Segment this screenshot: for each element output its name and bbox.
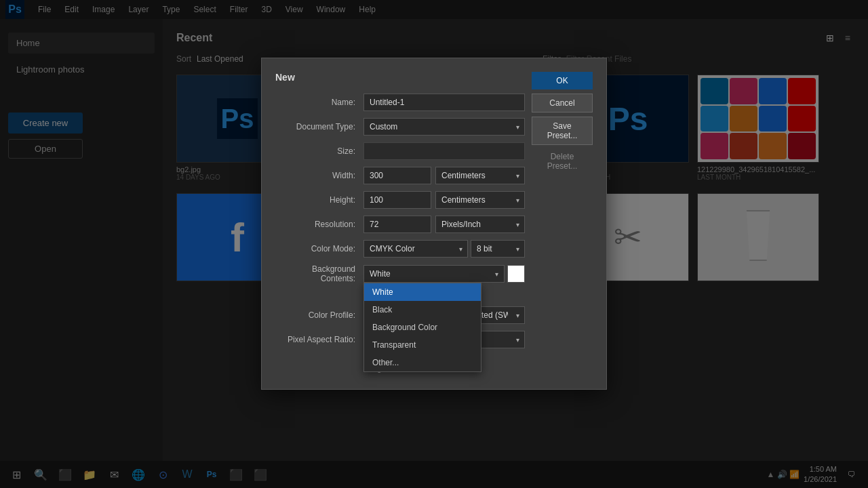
dropdown-item-other[interactable]: Other... [364,354,481,371]
resolution-unit-wrapper: Pixels/Inch Pixels/Centimeter [435,216,525,233]
color-mode-container: CMYK Color RGB Color Grayscale 8 bit 16 … [363,240,525,258]
pixel-ratio-label: Pixel Aspect Ratio: [275,335,363,344]
name-input[interactable] [363,94,525,111]
color-mode-select-wrapper: CMYK Color RGB Color Grayscale [363,240,468,258]
background-dropdown-menu: White Black Background Color Transparent… [363,283,481,372]
resolution-unit-select[interactable]: Pixels/Inch Pixels/Centimeter [435,216,525,233]
background-row: Background Contents: White White ▾ White… [275,264,593,283]
resolution-input[interactable] [363,216,431,233]
bg-select-wrapper: White White ▾ White Black Background Col… [363,265,505,283]
bg-dropdown-trigger[interactable]: White ▾ [363,265,505,283]
cancel-button[interactable]: Cancel [532,94,593,113]
modal-title: New [275,72,295,83]
bg-chevron-icon: ▾ [495,270,498,278]
resolution-label: Resolution: [275,220,363,229]
width-label: Width: [275,171,363,180]
size-field [363,142,525,160]
width-unit-wrapper: Centimeters Pixels Inches Millimeters [435,167,525,184]
background-input-container: White White ▾ White Black Background Col… [363,265,525,283]
delete-preset-button[interactable]: Delete Preset... [532,149,593,174]
height-label: Height: [275,195,363,205]
modal-buttons: OK Cancel Save Preset... Delete Preset..… [532,72,593,174]
bg-selected-value: White [370,269,391,279]
doc-type-label: Document Type: [275,122,363,131]
height-row: Height: Centimeters Pixels Inches [275,191,593,209]
doc-type-select[interactable]: Custom [363,118,525,136]
new-document-modal: New ✕ Name: Document Type: Custom Size: … [261,58,607,390]
size-label: Size: [275,146,363,156]
height-unit-wrapper: Centimeters Pixels Inches [435,191,525,209]
color-profile-label: Color Profile: [275,310,363,320]
width-input[interactable] [363,167,431,184]
save-preset-button[interactable]: Save Preset... [532,117,593,145]
doc-type-select-wrapper: Custom [363,118,525,136]
color-depth-select[interactable]: 8 bit 16 bit 32 bit [471,240,525,258]
dropdown-item-transparent[interactable]: Transparent [364,336,481,354]
color-mode-row: Color Mode: CMYK Color RGB Color Graysca… [275,240,593,258]
dropdown-item-black[interactable]: Black [364,301,481,319]
dropdown-item-white[interactable]: White [364,283,481,301]
color-mode-label: Color Mode: [275,244,363,253]
height-input[interactable] [363,191,431,209]
background-label: Background Contents: [275,264,363,283]
resolution-row: Resolution: Pixels/Inch Pixels/Centimete… [275,216,593,233]
height-unit-select[interactable]: Centimeters Pixels Inches [435,191,525,209]
background-color-swatch[interactable] [507,265,525,283]
dropdown-item-background-color[interactable]: Background Color [364,319,481,336]
name-label: Name: [275,98,363,107]
color-depth-wrapper: 8 bit 16 bit 32 bit [471,240,525,258]
modal-overlay[interactable]: New ✕ Name: Document Type: Custom Size: … [0,0,868,488]
ok-button[interactable]: OK [532,72,593,89]
color-mode-select[interactable]: CMYK Color RGB Color Grayscale [363,240,468,258]
width-unit-select[interactable]: Centimeters Pixels Inches Millimeters [435,167,525,184]
